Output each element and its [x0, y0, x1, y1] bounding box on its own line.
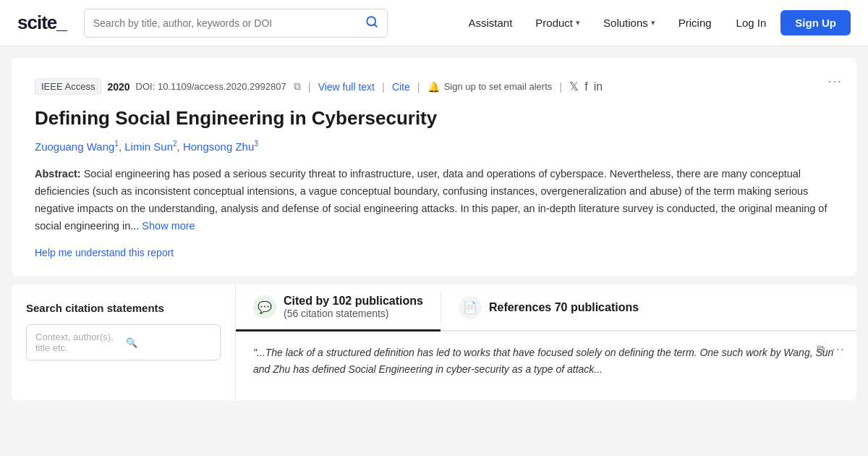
search-input[interactable]: [93, 17, 359, 29]
bottom-section: Search citation statements Context, auth…: [12, 284, 856, 400]
login-button[interactable]: Log In: [725, 11, 778, 35]
paper-abstract: Abstract: Social engineering has posed a…: [35, 166, 833, 235]
cited-by-label-sub: (56 citation statements): [284, 308, 423, 319]
facebook-icon[interactable]: f: [584, 80, 587, 93]
citation-search-sidebar: Search citation statements Context, auth…: [12, 284, 236, 400]
citations-tabs: 💬 Cited by 102 publications (56 citation…: [236, 284, 856, 332]
alert-section: 🔔 Sign up to set email alerts: [427, 81, 553, 93]
svg-line-1: [374, 24, 376, 26]
author-2-link[interactable]: Limin Sun2: [124, 140, 176, 153]
paper-card: ··· IEEE Access 2020 DOI: 10.1109/access…: [12, 58, 856, 276]
abstract-label: Abstract:: [35, 168, 81, 180]
main-content: ··· IEEE Access 2020 DOI: 10.1109/access…: [0, 46, 868, 400]
logo: scite_: [17, 12, 67, 34]
search-icon: 🔍: [126, 337, 212, 348]
nav-pricing[interactable]: Pricing: [668, 11, 722, 35]
twitter-icon[interactable]: 𝕏: [569, 80, 579, 93]
search-icon: [365, 15, 378, 30]
citation-card: ⧉ ··· "...The lack of a structured defin…: [236, 332, 856, 390]
nav-assistant[interactable]: Assistant: [458, 11, 522, 35]
more-citation-options-button[interactable]: ···: [832, 342, 845, 357]
copy-citation-button[interactable]: ⧉: [817, 343, 825, 356]
bell-icon: 🔔: [427, 81, 440, 93]
cite-link[interactable]: Cite: [392, 81, 410, 93]
search-bar: [84, 9, 388, 38]
citation-search-field[interactable]: Context, author(s), title etc. 🔍: [26, 324, 221, 360]
citation-quote: "...The lack of a structured definition …: [253, 345, 839, 377]
journal-badge: IEEE Access: [35, 78, 101, 95]
document-icon: 📄: [459, 296, 482, 319]
chevron-down-icon: ▾: [651, 18, 655, 28]
references-label-main: References 70 publications: [489, 301, 639, 314]
copy-doi-icon[interactable]: ⧉: [294, 80, 301, 93]
nav-links: Assistant Product ▾ Solutions ▾ Pricing …: [458, 10, 851, 35]
author-1-link[interactable]: Zuoguang Wang1: [35, 140, 119, 153]
citations-content: 💬 Cited by 102 publications (56 citation…: [236, 284, 856, 400]
show-more-link[interactable]: Show more: [142, 220, 195, 232]
navbar: scite_ Assistant Product ▾ Solutions ▾ P…: [0, 0, 868, 46]
doi-text: DOI: 10.1109/access.2020.2992807: [136, 81, 286, 92]
signup-button[interactable]: Sign Up: [780, 10, 851, 35]
paper-title: Defining Social Engineering in Cybersecu…: [35, 106, 833, 131]
social-icons: 𝕏 f in: [569, 80, 603, 93]
view-full-text-link[interactable]: View full text: [318, 81, 375, 93]
chat-icon: 💬: [253, 295, 276, 318]
citation-actions: ⧉ ···: [817, 342, 845, 357]
cited-by-label-main: Cited by 102 publications: [284, 295, 423, 308]
tab-cited-by[interactable]: 💬 Cited by 102 publications (56 citation…: [236, 284, 441, 332]
alert-text: Sign up to set email alerts: [444, 81, 553, 92]
year-badge: 2020: [107, 81, 129, 93]
tab-references[interactable]: 📄 References 70 publications: [441, 284, 656, 330]
citation-search-placeholder: Context, author(s), title etc.: [35, 332, 122, 353]
sidebar-title: Search citation statements: [26, 302, 221, 314]
more-options-button[interactable]: ···: [827, 72, 842, 89]
nav-product[interactable]: Product ▾: [525, 11, 590, 35]
paper-authors: Zuoguang Wang1, Limin Sun2, Hongsong Zhu…: [35, 140, 833, 153]
author-3-link[interactable]: Hongsong Zhu3: [183, 140, 258, 153]
chevron-down-icon: ▾: [576, 18, 580, 28]
nav-solutions[interactable]: Solutions ▾: [593, 11, 665, 35]
linkedin-icon[interactable]: in: [594, 80, 603, 93]
help-link[interactable]: Help me understand this report: [35, 247, 174, 258]
paper-meta: IEEE Access 2020 DOI: 10.1109/access.202…: [35, 78, 833, 95]
